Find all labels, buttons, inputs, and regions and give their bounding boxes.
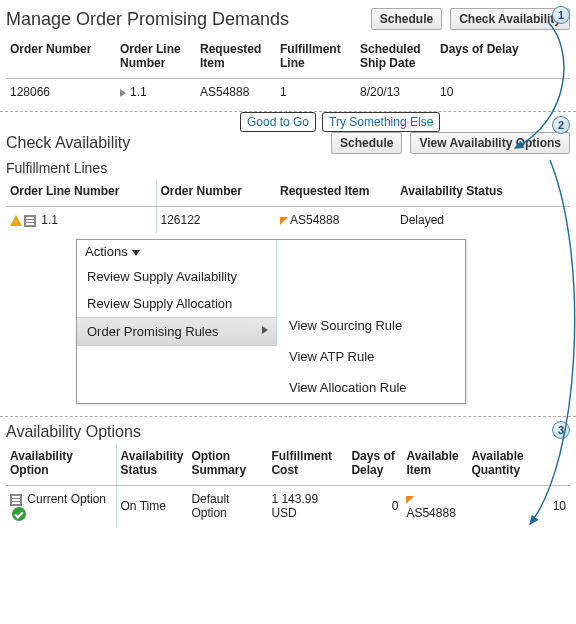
col-summary: Option Summary <box>187 445 267 486</box>
submenu: View Sourcing Rule View ATP Rule View Al… <box>277 240 465 403</box>
col-avail-status: Availability Status <box>396 180 570 207</box>
tag-good-to-go: Good to Go <box>240 112 316 132</box>
annotation-tags: Good to Go Try Something Else <box>240 112 440 132</box>
col-item: Available Item <box>402 445 467 486</box>
menu-item-review-allocation[interactable]: Review Supply Allocation <box>77 290 276 317</box>
cell-summary: Default Option <box>187 486 267 527</box>
cell-line-number: 1.1 <box>116 79 196 106</box>
section-title: Check Availability <box>6 134 130 152</box>
page-title: Manage Order Promising Demands <box>6 9 289 30</box>
table-row[interactable]: 1.1 126122 AS54888 Delayed <box>6 207 570 234</box>
col-status: Availability Status <box>116 445 187 486</box>
step-badge-3: 3 <box>552 421 570 439</box>
cell-fline: 1 <box>276 79 356 106</box>
list-icon <box>10 494 22 506</box>
schedule-button[interactable]: Schedule <box>371 8 442 30</box>
table-row[interactable]: 128066 1.1 AS54888 1 8/20/13 10 <box>6 79 570 106</box>
view-availability-button[interactable]: View Availability Options <box>410 132 570 154</box>
section-title: Availability Options <box>6 423 570 441</box>
actions-menu: Actions Review Supply Availability Revie… <box>76 239 466 404</box>
check-icon <box>12 507 26 521</box>
cell-delay: 10 <box>436 79 570 106</box>
submenu-atp-rule[interactable]: View ATP Rule <box>277 341 465 372</box>
subsection-title: Fulfillment Lines <box>6 160 570 176</box>
menu-item-promising-rules[interactable]: Order Promising Rules <box>77 317 276 346</box>
flag-icon <box>280 217 288 225</box>
cell-item: AS54888 <box>276 207 396 234</box>
section-availability-options: Availability Options Availability Option… <box>0 419 576 531</box>
col-line-number: Order Line Number <box>116 38 196 79</box>
cell-item: AS54888 <box>402 486 467 527</box>
cell-option: Current Option <box>6 486 116 527</box>
table-row[interactable]: Current Option On Time Default Option 1 … <box>6 486 570 527</box>
dropdown-icon <box>132 250 140 256</box>
list-icon <box>24 215 36 227</box>
menu-item-review-availability[interactable]: Review Supply Availability <box>77 263 276 290</box>
section-manage-demands: Manage Order Promising Demands Schedule … <box>0 0 576 109</box>
col-delay: Days of Delay <box>347 445 402 486</box>
col-order-number: Order Number <box>156 180 276 207</box>
cell-item: AS54888 <box>196 79 276 106</box>
cell-line-number: 1.1 <box>6 207 156 234</box>
fulfillment-table: Order Line Number Order Number Requested… <box>6 180 570 233</box>
col-option: Availability Option <box>6 445 116 486</box>
step-badge-2: 2 <box>552 116 570 134</box>
options-table: Availability Option Availability Status … <box>6 445 570 527</box>
col-order-number: Order Number <box>6 38 116 79</box>
schedule-button-2[interactable]: Schedule <box>331 132 402 154</box>
cell-delay: 0 <box>347 486 402 527</box>
submenu-allocation-rule[interactable]: View Allocation Rule <box>277 372 465 403</box>
cell-ship-date: 8/20/13 <box>356 79 436 106</box>
submenu-sourcing-rule[interactable]: View Sourcing Rule <box>277 310 465 341</box>
cell-order-number: 128066 <box>6 79 116 106</box>
menu-header[interactable]: Actions <box>77 240 276 263</box>
col-qty: Available Quantity <box>467 445 570 486</box>
col-requested-item: Requested Item <box>276 180 396 207</box>
flag-icon <box>406 496 414 504</box>
demands-table: Order Number Order Line Number Requested… <box>6 38 570 105</box>
expand-icon[interactable] <box>120 89 126 97</box>
col-cost: Fulfillment Cost <box>267 445 347 486</box>
tag-try-else: Try Something Else <box>322 112 440 132</box>
step-badge-1: 1 <box>552 6 570 24</box>
cell-status: On Time <box>116 486 187 527</box>
warning-icon <box>10 215 22 226</box>
section-check-availability: Good to Go Try Something Else Check Avai… <box>0 114 576 414</box>
divider <box>0 416 576 417</box>
col-requested-item: Requested Item <box>196 38 276 79</box>
submenu-arrow-icon <box>262 326 268 334</box>
col-ship-date: Scheduled Ship Date <box>356 38 436 79</box>
cell-status: Delayed <box>396 207 570 234</box>
col-line-number: Order Line Number <box>6 180 156 207</box>
col-days-delay: Days of Delay <box>436 38 570 79</box>
cell-order-number: 126122 <box>156 207 276 234</box>
cell-cost: 1 143.99 USD <box>267 486 347 527</box>
cell-qty: 10 <box>467 486 570 527</box>
col-fulfillment-line: Fulfillment Line <box>276 38 356 79</box>
